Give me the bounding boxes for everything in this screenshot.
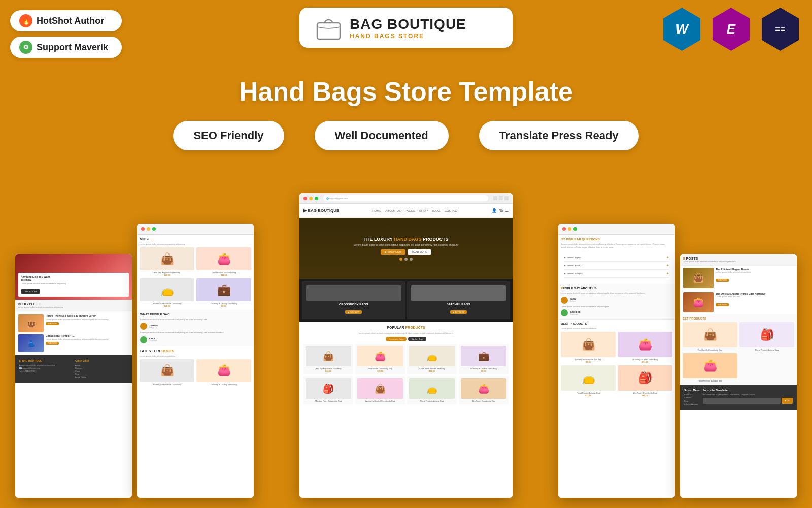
support-badge-label: Support Maverik	[37, 42, 108, 53]
product-img-8: 👛	[461, 378, 506, 399]
best-img-2: 👛	[618, 332, 672, 357]
card3-products-grid: 👜 Alts/Top Adjustable Handbag $14.50 👛 T…	[303, 344, 509, 374]
author-badge-label: HotShot Author	[37, 16, 104, 26]
hero-read-btn[interactable]: READ MORE	[408, 249, 431, 255]
card5-prod-img-1: 👜	[683, 322, 737, 347]
card3-crossbody: CROSSBODY BAGS ▶ BUY NOW SATCHEL BAGS ▶ …	[299, 279, 513, 322]
card5-read-more-1[interactable]: READ MORE	[716, 279, 729, 282]
product-img-3: 👝	[409, 346, 455, 366]
footer-col-2: Quick Links AboutContactShopBlogLegal No…	[75, 359, 128, 379]
card5-posts-title: S POSTS Lorem ipsum dolor sit amet conse…	[680, 254, 797, 266]
read-more-btn-2[interactable]: READ MORE	[46, 342, 59, 345]
card1-blog-item-2: 👗 Consectetur Tempor T... Lorem ipsum do…	[18, 334, 129, 352]
subscribe-input-row: ▶ OK	[703, 398, 793, 404]
best-img-3: 👝	[561, 365, 616, 391]
latest-img-2: 👛	[196, 359, 251, 382]
pill-seo: SEO Friendly	[173, 121, 284, 150]
card5-post-2: 👛 The Officials Augue Primis Eget Narred…	[680, 290, 797, 314]
blog-thumb-2: 👗	[18, 334, 44, 352]
card2-testimonials: WHAT PEOPLE SAY Lorem ipsum dolor sit am…	[137, 310, 254, 346]
card4-best-products: BEST PRODUCTS Lorem ipsum dolor sit amet…	[558, 320, 675, 399]
card1-blog-item-1: 👜 Portfo Rhoncus Facilsis 30 Rutrum Lore…	[18, 314, 129, 332]
post-img-1: 👜	[683, 268, 714, 288]
shop-item-2: 👛 Top Handle Crossbody Bag $11.55	[196, 247, 251, 276]
latest-img-1: 👜	[140, 359, 194, 382]
feature-pills: SEO Friendly Well Documented Translate P…	[15, 121, 797, 150]
card5-read-more-2[interactable]: READ MORE	[716, 303, 729, 306]
product-img-7: 👝	[409, 378, 455, 399]
card4-faq: • Connextu Liges? + • Connextu Bloos? + …	[561, 250, 672, 281]
logo-tagline: HAND BAGS STORE	[350, 33, 466, 40]
card1-hero-img: Anything Else You WantTo Know Lorem ipsu…	[15, 254, 132, 300]
filter-satchel[interactable]: Satchel Bags	[408, 337, 426, 341]
filter-tabs: Crossbody Bags Satchel Bags	[303, 337, 509, 341]
card4-latest-products: ST POPULAR QUESTIONS Lorem ipsum dolor s…	[558, 235, 675, 284]
faq-item-1: • Connextu Liges? +	[564, 253, 669, 262]
page-wrapper: 🔥 HotShot Author ⚙ Support Maverik BAG B…	[0, 0, 812, 508]
hero-shop-btn[interactable]: ▶ SHOP NOW	[381, 249, 405, 255]
svg-rect-0	[317, 23, 340, 39]
faq-item-2: • Connextu Bloos? +	[564, 262, 669, 270]
read-more-btn-1[interactable]: READ MORE	[46, 322, 59, 325]
card5-post-1: 👜 The Efficient Elegant Donna Lorem ipsu…	[680, 266, 797, 290]
card2-latest-grid: 👜 Women's Adjustable Crossbody 👛 Groovey…	[140, 359, 251, 386]
card2-most-popular: MOST ... Lorem ipsum dolor sit amet cons…	[137, 235, 254, 310]
el-letter: E	[727, 21, 735, 37]
blog-text-2: Consectetur Tempor T... Lorem ipsum dolo…	[46, 334, 109, 352]
card1-section-title: BLOG POSTS Lorem ipsum dolor sit amet co…	[15, 300, 132, 311]
shop-item-4: 💼 Groovey & Display Hand Bag $9.95	[196, 278, 251, 307]
post-img-2: 👛	[683, 292, 714, 312]
card5-prod-img-2: 🎒	[739, 322, 794, 347]
card5-prod-3: 👛 Hand Fashion Antique Bag	[683, 353, 737, 382]
subscribe-input[interactable]	[703, 398, 781, 404]
card5-latest-title: EST PRODUCTS 👜 Top Handle Crossbody Bag …	[680, 314, 797, 385]
card3-browser-bar: 🌐 support@gmail.com	[299, 193, 513, 204]
card3-hero: THE LUXURY HAND BAGS PRODUCTS Lorem ipsu…	[299, 218, 513, 279]
product-img-5: 🎒	[306, 378, 351, 399]
filter-all[interactable]: Crossbody Bags	[386, 337, 407, 341]
product-3: 👝 Catch Slide Stones Red Bag $22.00	[407, 344, 457, 374]
card2-browser-bar	[137, 224, 254, 235]
card5-prod-1: 👜 Top Handle Crossbody Bag	[683, 322, 737, 351]
avatar-1	[140, 323, 147, 330]
card4-products-grid: 👜 Lamer Alain Resone Roll Bag $8.95 👛 Gr…	[561, 332, 672, 397]
best-img-4: 🎒	[618, 365, 672, 391]
card1-overlay: Anything Else You WantTo Know Lorem ipsu…	[18, 273, 129, 297]
product-img-6: 👜	[357, 378, 403, 399]
subscribe-btn[interactable]: ▶ OK	[782, 398, 793, 404]
pill-translate: Translate Press Ready	[479, 121, 639, 150]
best-img-1: 👜	[561, 332, 616, 357]
card2-latest-pro: LATEST PRODUCTS Lorem ipsum dolor sit am…	[137, 346, 254, 388]
center-logo: BAG BOUTIQUE HAND BAGS STORE	[299, 8, 513, 48]
card2-shop-grid: 👜 Mini Bag Adjustable Handbag $12.00 👛 T…	[140, 247, 251, 307]
screenshot-card-1: Anything Else You WantTo Know Lorem ipsu…	[15, 254, 132, 498]
support-icon: ⚙	[19, 41, 32, 54]
best-product-2: 👛 Groovey & Outlet Hand Bag $11.50	[618, 332, 672, 363]
logo-text-block: BAG BOUTIQUE HAND BAGS STORE	[350, 16, 466, 40]
testimonial-avatar-2: KARA Shopkeeper	[140, 336, 251, 343]
card5-products-grid: 👜 Top Handle Crossbody Bag 🎒 Floral Prin…	[683, 322, 794, 382]
satchel-btn[interactable]: ▶ BUY NOW	[450, 310, 467, 314]
product-1: 👜 Alts/Top Adjustable Handbag $14.50	[303, 344, 353, 374]
shop-img-4: 💼	[196, 278, 251, 301]
product-2: 👛 Top Handle Crossbody Bag $19.56	[355, 344, 405, 374]
latest-item-2: 👛 Groovey & Display Hand Bag	[196, 359, 251, 386]
screenshot-card-4: ST POPULAR QUESTIONS Lorem ipsum dolor s…	[558, 224, 675, 498]
product-img-1: 👜	[306, 346, 351, 366]
card1-overlay-text: Anything Else You WantTo Know	[21, 275, 126, 281]
card1-contact-btn[interactable]: CONTACT US	[21, 289, 40, 294]
shop-img-3: 👝	[140, 278, 194, 301]
card1-overlay-sub: Lorem ipsum dolor sit amet consectetur a…	[21, 282, 126, 285]
card3-nav-links: HOME ABOUT US PAGES SHOP BLOG CONTACT	[372, 209, 459, 212]
card5-subscribe: Suport Menu About UsContactBlogAdmin & A…	[680, 385, 797, 410]
shop-item-1: 👜 Mini Bag Adjustable Handbag $12.00	[140, 247, 194, 276]
avatar-2	[140, 336, 147, 343]
product-img-4: 💼	[461, 346, 506, 366]
crossbody-btn[interactable]: ▶ BUY NOW	[345, 310, 362, 314]
card3-popular: POPULAR PRODUCTS Lorem ipsum dolor sit a…	[299, 322, 513, 408]
screenshot-card-3: 🌐 support@gmail.com ▶ BAG BOUTIQUE HOME …	[299, 193, 513, 498]
product-7: 👝 Floral Printed Antique Bag	[407, 376, 457, 404]
card4-people-say: PEOPLE SAY ABOUT US Lorem ipsum dolor si…	[558, 284, 675, 320]
wp-letter: W	[675, 21, 688, 37]
crossbody-item: CROSSBODY BAGS ▶ BUY NOW	[302, 281, 405, 319]
